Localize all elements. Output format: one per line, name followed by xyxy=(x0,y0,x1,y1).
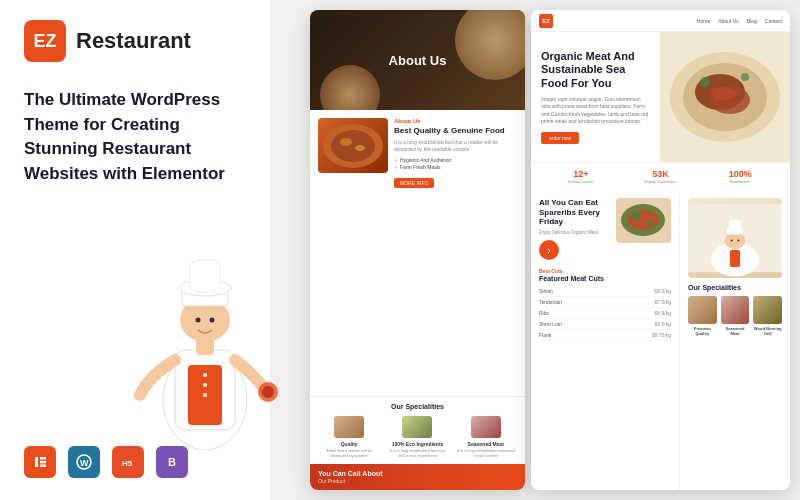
svg-point-11 xyxy=(196,318,201,323)
nav-link-contact[interactable]: Contact xyxy=(765,18,782,24)
mr-right-spec-title: Our Specialities xyxy=(688,284,782,291)
mr-hero-text: Organic Meat And Sustainable Sea Food Fo… xyxy=(531,32,660,162)
svg-point-33 xyxy=(741,73,749,81)
svg-point-37 xyxy=(632,212,640,220)
chef-illustration xyxy=(120,220,300,440)
ml-checklist: Hygienic And Authentic Farm Fresh Meals xyxy=(394,157,517,170)
tagline: The Ultimate WordPress Theme for Creatin… xyxy=(24,88,246,187)
ml-spec-title: Our Specialities xyxy=(318,403,517,410)
ml-banner-sub: Our Product xyxy=(318,478,517,484)
bootstrap-icon: B xyxy=(156,446,188,478)
mr-meat-price-4: $8.5/kg xyxy=(655,321,671,327)
svg-point-47 xyxy=(737,240,739,242)
mr-spec-item-2: Seasoned Meat xyxy=(721,296,750,336)
ml-about-row: About Us Best Quality & Genuine Food It … xyxy=(318,118,517,189)
mr-meat-row-2: Tenderloin $7.5/kg xyxy=(539,297,671,308)
mr-stat-label-2: Happy Customers xyxy=(621,179,701,184)
mr-left-col: All You Can Eat Spareribs Every Friday E… xyxy=(531,190,680,490)
mr-stat-num-3: 100% xyxy=(700,169,780,179)
ml-spec-icon-1 xyxy=(334,416,364,438)
ml-about-desc: It is a long established fact that a rea… xyxy=(394,139,517,153)
ml-more-btn[interactable]: MORE INFO xyxy=(394,178,434,188)
mr-spec-label-3: Wood-Burning Grill xyxy=(753,326,782,336)
mr-spareribs-desc: Enjoy Delicious Organic Meat xyxy=(539,230,610,236)
mr-meat-row-1: Sirloin $9.5/kg xyxy=(539,286,671,297)
svg-text:H5: H5 xyxy=(122,459,133,468)
mr-spareribs: All You Can Eat Spareribs Every Friday E… xyxy=(539,198,671,260)
mr-spec-img-1 xyxy=(688,296,717,324)
mr-nav-logo: EZ xyxy=(539,14,553,28)
left-mockup: About Us About Us Best Quality & Genuine… xyxy=(310,10,525,490)
nav-link-home[interactable]: Home xyxy=(697,18,710,24)
ml-about-label: About Us xyxy=(394,118,517,124)
mr-hero-image xyxy=(660,32,790,162)
nav-link-blog[interactable]: Blog xyxy=(747,18,757,24)
ml-banner: You Can Call About Our Product xyxy=(310,464,525,490)
ml-spec-icon-2 xyxy=(402,416,432,438)
mr-stat-1: 12+ Italian Cuisine xyxy=(541,169,621,184)
mr-meat-row-4: Short Loin $8.5/kg xyxy=(539,319,671,330)
svg-point-3 xyxy=(203,373,207,377)
wordpress-icon: W xyxy=(68,446,100,478)
svg-rect-15 xyxy=(35,457,38,467)
mr-stat-num-2: 53K xyxy=(621,169,701,179)
ml-spec-label-2: 100% Eco Ingredients xyxy=(386,441,448,447)
elementor-icon xyxy=(24,446,56,478)
mr-chef-image xyxy=(688,198,782,278)
ml-spec-desc-2: It is a long established fact that 100 i… xyxy=(386,448,448,458)
svg-point-32 xyxy=(700,77,710,87)
mr-meat-table: Sirloin $9.5/kg Tenderloin $7.5/kg Ribs … xyxy=(539,286,671,341)
ml-banner-text: You Can Call About xyxy=(318,470,517,477)
ml-hero: About Us xyxy=(310,10,525,110)
mr-meat-name-1: Sirloin xyxy=(539,288,553,294)
mr-meat-label: Best Cuts xyxy=(539,268,671,274)
svg-rect-45 xyxy=(729,219,741,231)
ml-about-text: About Us Best Quality & Genuine Food It … xyxy=(394,118,517,189)
mr-arrow-btn[interactable]: › xyxy=(539,240,559,260)
mr-nav-ez-badge: EZ xyxy=(539,14,553,28)
ml-hero-title: About Us xyxy=(389,53,447,68)
mr-meat-name-4: Short Loin xyxy=(539,321,562,327)
left-panel: EZ Restaurant The Ultimate WordPress The… xyxy=(0,0,270,500)
mr-spec-item-1: Premium Quality xyxy=(688,296,717,336)
mr-stat-num-1: 12+ xyxy=(541,169,621,179)
svg-rect-10 xyxy=(190,260,220,292)
mr-hero-title: Organic Meat And Sustainable Sea Food Fo… xyxy=(541,50,650,90)
mr-meat-price-2: $7.5/kg xyxy=(655,299,671,305)
svg-point-46 xyxy=(731,240,733,242)
svg-point-14 xyxy=(262,386,274,398)
ml-about-title: Best Quality & Genuine Food xyxy=(394,126,517,136)
ml-spec-desc-1: A fact that a reader will be distracted … xyxy=(318,448,380,458)
mr-meat-price-5: $8.75/kg xyxy=(652,332,671,338)
mr-meat-price-3: $8.9/kg xyxy=(655,310,671,316)
mr-right-col: Our Specialities Premium Quality Seasone… xyxy=(680,190,790,490)
ml-specialities: Our Specialities Quality A fact that a r… xyxy=(310,396,525,464)
svg-text:W: W xyxy=(80,458,89,468)
mr-stat-label-1: Italian Cuisine xyxy=(541,179,621,184)
mr-meat-title: Featured Meat Cuts xyxy=(539,275,671,282)
mr-hero-btn[interactable]: order now xyxy=(541,132,579,144)
chef-svg xyxy=(120,220,290,450)
svg-point-36 xyxy=(627,210,659,230)
svg-point-12 xyxy=(210,318,215,323)
svg-point-4 xyxy=(203,383,207,387)
mr-meat-row-5: Flank $8.75/kg xyxy=(539,330,671,341)
ml-spec-item-2: 100% Eco Ingredients It is a long establ… xyxy=(386,416,448,458)
right-mockup: EZ Home About Us Blog Contact Organic Me… xyxy=(531,10,790,490)
svg-point-24 xyxy=(331,130,375,162)
svg-point-26 xyxy=(355,145,365,151)
mr-meat-section: Best Cuts Featured Meat Cuts Sirloin $9.… xyxy=(539,268,671,341)
svg-point-5 xyxy=(203,393,207,397)
svg-text:B: B xyxy=(168,456,176,468)
mr-spec-item-3: Wood-Burning Grill xyxy=(753,296,782,336)
svg-point-38 xyxy=(648,221,654,227)
mr-stat-2: 53K Happy Customers xyxy=(621,169,701,184)
mr-spec-img-2 xyxy=(721,296,750,324)
mr-hero: Organic Meat And Sustainable Sea Food Fo… xyxy=(531,32,790,162)
ml-spec-item-1: Quality A fact that a reader will be dis… xyxy=(318,416,380,458)
nav-link-about[interactable]: About Us xyxy=(718,18,739,24)
tech-icons-row: W H5 B xyxy=(24,446,188,478)
html5-icon: H5 xyxy=(112,446,144,478)
ml-content: About Us Best Quality & Genuine Food It … xyxy=(310,110,525,396)
mr-spec-grid: Premium Quality Seasoned Meat Wood-Burni… xyxy=(688,296,782,336)
